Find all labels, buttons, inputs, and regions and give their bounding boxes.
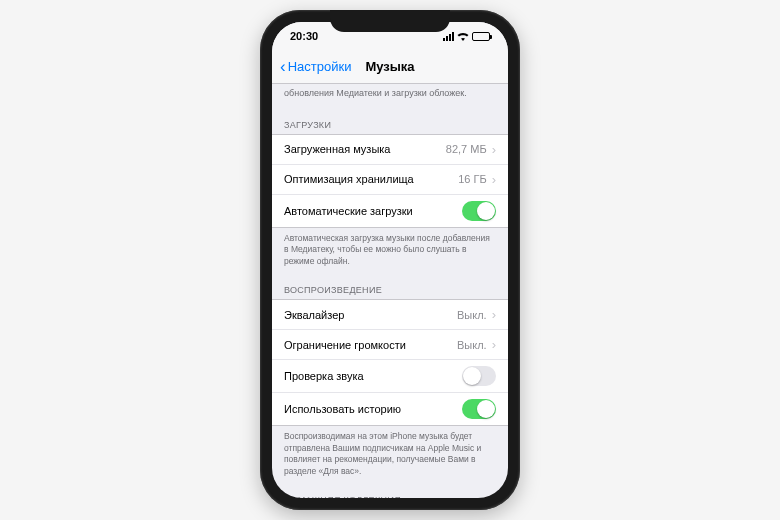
status-indicators <box>440 32 490 41</box>
use-history-row: Использовать историю <box>272 393 508 425</box>
use-history-toggle[interactable] <box>462 399 496 419</box>
downloaded-music-label: Загруженная музыка <box>284 143 390 155</box>
wifi-icon <box>457 32 469 41</box>
phone-notch <box>330 10 450 32</box>
playback-footer: Воспроизводимая на этом iPhone музыка бу… <box>272 426 508 485</box>
nav-bar: ‹ Настройки Музыка <box>272 50 508 84</box>
sound-check-row: Проверка звука <box>272 360 508 393</box>
auto-downloads-toggle[interactable] <box>462 201 496 221</box>
status-time: 20:30 <box>290 30 340 42</box>
downloads-group: Загруженная музыка 82,7 МБ › Оптимизация… <box>272 134 508 228</box>
settings-content[interactable]: обновления Медиатеки и загрузки обложек.… <box>272 84 508 498</box>
chevron-right-icon: › <box>492 338 496 351</box>
equalizer-label: Эквалайзер <box>284 309 344 321</box>
chevron-left-icon: ‹ <box>280 58 286 75</box>
optimize-storage-value: 16 ГБ <box>458 173 486 185</box>
page-title: Музыка <box>365 59 414 74</box>
back-button[interactable]: ‹ Настройки <box>280 58 351 75</box>
volume-limit-value: Выкл. <box>457 339 487 351</box>
volume-limit-row[interactable]: Ограничение громкости Выкл. › <box>272 330 508 360</box>
auto-downloads-label: Автоматические загрузки <box>284 205 413 217</box>
phone-frame: 20:30 ‹ Настройки Музыка обновления Меди… <box>260 10 520 510</box>
equalizer-row[interactable]: Эквалайзер Выкл. › <box>272 300 508 330</box>
use-history-label: Использовать историю <box>284 403 401 415</box>
downloaded-music-value: 82,7 МБ <box>446 143 487 155</box>
chevron-right-icon: › <box>492 308 496 321</box>
battery-icon <box>472 32 490 41</box>
downloads-footer: Автоматическая загрузка музыки после доб… <box>272 228 508 275</box>
volume-limit-label: Ограничение громкости <box>284 339 406 351</box>
home-sharing-header: ДОМАШНЯЯ КОЛЛЕКЦИЯ <box>272 485 508 498</box>
chevron-right-icon: › <box>492 173 496 186</box>
chevron-right-icon: › <box>492 143 496 156</box>
optimize-storage-label: Оптимизация хранилища <box>284 173 414 185</box>
downloaded-music-row[interactable]: Загруженная музыка 82,7 МБ › <box>272 135 508 165</box>
phone-screen: 20:30 ‹ Настройки Музыка обновления Меди… <box>272 22 508 498</box>
signal-icon <box>443 32 454 41</box>
playback-group: Эквалайзер Выкл. › Ограничение громкости… <box>272 299 508 426</box>
downloads-header: ЗАГРУЗКИ <box>272 110 508 134</box>
previous-section-footer: обновления Медиатеки и загрузки обложек. <box>272 84 508 110</box>
optimize-storage-row[interactable]: Оптимизация хранилища 16 ГБ › <box>272 165 508 195</box>
back-label: Настройки <box>288 59 352 74</box>
sound-check-toggle[interactable] <box>462 366 496 386</box>
auto-downloads-row: Автоматические загрузки <box>272 195 508 227</box>
playback-header: ВОСПРОИЗВЕДЕНИЕ <box>272 275 508 299</box>
sound-check-label: Проверка звука <box>284 370 364 382</box>
equalizer-value: Выкл. <box>457 309 487 321</box>
